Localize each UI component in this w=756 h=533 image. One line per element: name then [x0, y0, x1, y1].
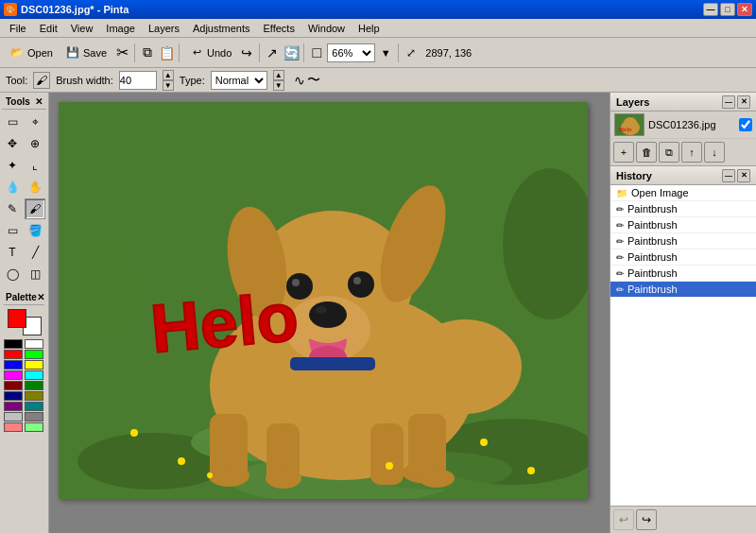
swatch-gray[interactable] [25, 412, 43, 421]
type-down[interactable]: ▼ [273, 80, 284, 91]
menu-edit[interactable]: Edit [34, 20, 63, 37]
tool-options-bar: Tool: 🖌 Brush width: ▲ ▼ Type: Normal Mu… [0, 68, 756, 93]
layers-close-btn[interactable]: ✕ [737, 95, 750, 109]
swatch-lightgreen[interactable] [25, 422, 43, 432]
svg-point-27 [408, 319, 522, 414]
swatch-lightred[interactable] [4, 422, 23, 432]
menu-image[interactable]: Image [100, 20, 141, 37]
tool-lasso[interactable]: ⌖ [25, 112, 45, 132]
swatch-black[interactable] [4, 339, 23, 349]
arrow-icon: ↗ [264, 44, 281, 61]
menu-window[interactable]: Window [302, 20, 351, 37]
tool-text[interactable]: T [2, 242, 23, 263]
tool-eraser[interactable]: ▭ [2, 220, 23, 241]
swatch-purple[interactable] [4, 402, 23, 411]
brush-width-input[interactable] [119, 71, 157, 90]
layer-duplicate-btn[interactable]: ⧉ [659, 142, 679, 163]
canvas-wrapper: Helo [59, 102, 588, 499]
swatch-cyan[interactable] [25, 370, 43, 380]
swatch-yellow[interactable] [25, 360, 43, 370]
history-brush-label-5: Paintbrush [627, 267, 678, 279]
menu-view[interactable]: View [65, 20, 99, 37]
open-button[interactable]: 📂 Open [4, 41, 58, 65]
menu-adjustments[interactable]: Adjustments [187, 20, 256, 37]
curve-icon-1[interactable]: ∿ [294, 73, 305, 88]
layer-visible-checkbox[interactable] [739, 118, 752, 131]
save-button[interactable]: 💾 Save [60, 41, 112, 65]
swatch-magenta[interactable] [4, 370, 23, 380]
history-item-2[interactable]: ✏ Paintbrush [610, 217, 756, 233]
history-redo-btn[interactable]: ↪ [636, 509, 657, 530]
undo-button[interactable]: ↩ Undo [183, 41, 236, 65]
menu-layers[interactable]: Layers [143, 20, 185, 37]
history-list[interactable]: 📁 Open Image ✏ Paintbrush ✏ Paintbrush ✏… [610, 185, 756, 506]
svg-point-29 [419, 469, 455, 488]
tool-zoom[interactable]: ⊕ [25, 133, 45, 154]
tool-rectangle-select[interactable]: ▭ [2, 112, 23, 132]
swatch-darkblue[interactable] [4, 391, 23, 401]
swatch-darkgreen[interactable] [25, 381, 43, 390]
history-close-btn[interactable]: ✕ [737, 169, 750, 182]
layer-up-btn[interactable]: ↑ [681, 142, 702, 163]
history-item-6[interactable]: ✏ Paintbrush [610, 282, 756, 298]
color-swatches [4, 339, 44, 432]
image-canvas[interactable]: Helo [59, 102, 588, 499]
maximize-button[interactable]: □ [720, 3, 735, 16]
brush-width-spinner[interactable]: ▲ ▼ [163, 70, 174, 91]
copy-icon: ⧉ [139, 44, 156, 61]
fg-color-box[interactable] [8, 309, 26, 328]
tool-magic-wand[interactable]: ✦ [2, 155, 23, 176]
history-minimize-btn[interactable]: — [722, 169, 735, 182]
layer-item[interactable]: Helo DSC01236.jpg [610, 112, 756, 139]
close-button[interactable]: ✕ [737, 3, 752, 16]
tool-line[interactable]: ╱ [25, 242, 45, 263]
canvas-area[interactable]: Helo [49, 93, 610, 533]
tool-pan[interactable]: ✋ [25, 177, 45, 198]
history-undo-btn[interactable]: ↩ [613, 509, 634, 530]
history-open-label: Open Image [631, 187, 689, 198]
history-item-3[interactable]: ✏ Paintbrush [610, 233, 756, 249]
menu-effects[interactable]: Effects [258, 20, 301, 37]
minimize-button[interactable]: — [703, 3, 718, 16]
history-item-4[interactable]: ✏ Paintbrush [610, 249, 756, 266]
layer-add-btn[interactable]: + [613, 142, 634, 163]
tool-eyedropper[interactable]: 💧 [2, 177, 23, 198]
swatch-blue[interactable] [4, 360, 23, 370]
toolbar-separator-2 [179, 43, 180, 62]
paste-icon: 📋 [158, 44, 175, 61]
tool-gradient[interactable]: ◫ [25, 264, 45, 284]
type-up[interactable]: ▲ [273, 70, 284, 80]
brush-width-down[interactable]: ▼ [163, 80, 174, 91]
tool-shapes[interactable]: ◯ [2, 264, 23, 284]
curve-icon-2[interactable]: 〜 [307, 72, 320, 89]
layers-minimize-btn[interactable]: — [722, 95, 735, 109]
zoom-select[interactable]: 66% 100% 50% [327, 43, 375, 62]
swatch-white[interactable] [25, 339, 43, 349]
menu-file[interactable]: File [4, 20, 32, 37]
brush-width-up[interactable]: ▲ [163, 70, 174, 80]
type-spinner[interactable]: ▲ ▼ [273, 70, 284, 91]
tool-paintbrush[interactable]: 🖌 [25, 198, 45, 219]
brush-type-select[interactable]: Normal Multiply [211, 71, 267, 90]
swatch-darkred[interactable] [4, 381, 23, 390]
svg-text:Helo: Helo [147, 279, 301, 367]
tool-crop[interactable]: ⌞ [25, 155, 45, 176]
history-item-5[interactable]: ✏ Paintbrush [610, 266, 756, 282]
layer-delete-btn[interactable]: 🗑 [636, 142, 657, 163]
history-item-open[interactable]: 📁 Open Image [610, 185, 756, 201]
tool-pencil[interactable]: ✎ [2, 198, 23, 219]
history-item-1[interactable]: ✏ Paintbrush [610, 201, 756, 217]
swatch-olive[interactable] [25, 391, 43, 401]
menu-help[interactable]: Help [352, 20, 386, 37]
svg-point-4 [68, 234, 144, 348]
svg-point-32 [480, 438, 488, 446]
layer-down-btn[interactable]: ↓ [704, 142, 725, 163]
swatch-green[interactable] [25, 350, 43, 359]
tools-panel-close[interactable]: ✕ [35, 96, 43, 107]
tool-move[interactable]: ✥ [2, 133, 23, 154]
tool-paint-bucket[interactable]: 🪣 [25, 220, 45, 241]
swatch-red[interactable] [4, 350, 23, 359]
palette-close[interactable]: ✕ [37, 292, 44, 302]
swatch-silver[interactable] [4, 412, 23, 421]
swatch-teal[interactable] [25, 402, 43, 411]
